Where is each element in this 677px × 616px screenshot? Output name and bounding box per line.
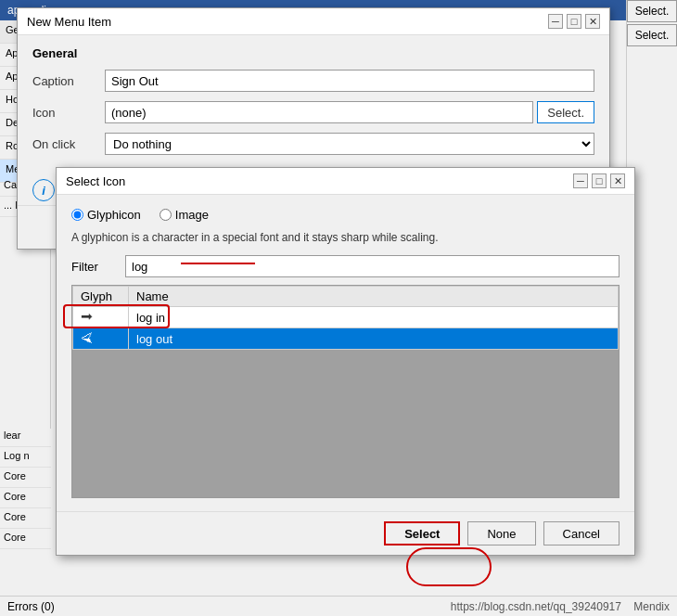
bg-row-core3: Core	[0, 508, 51, 529]
select-icon-body: Glyphicon Image A glyphicon is a charact…	[57, 195, 634, 511]
bg-row-core2: Core	[0, 488, 51, 508]
onclick-label: On click	[32, 137, 97, 151]
onclick-select[interactable]: Do nothing	[105, 133, 594, 155]
select-icon-title-buttons: ─ □ ✕	[573, 173, 625, 188]
error-status: Errors (0)	[7, 600, 55, 613]
icon-table-container[interactable]: Glyph Name ⮕ log in ⮘	[71, 285, 620, 498]
icon-field-group: Select.	[105, 101, 594, 123]
icon-table-head: Glyph Name	[73, 287, 619, 307]
radio-type-row: Glyphicon Image	[71, 208, 620, 222]
url-text: https://blog.csdn.net/qq_39240917	[451, 600, 621, 613]
info-icon[interactable]: i	[32, 179, 55, 201]
radio-image-label[interactable]: Image	[160, 208, 209, 222]
right-panel-select2[interactable]: Select.	[627, 24, 677, 46]
cancel-icon-button[interactable]: Cancel	[543, 521, 620, 545]
none-button[interactable]: None	[467, 521, 535, 545]
select-icon-minimize-btn[interactable]: ─	[573, 173, 588, 188]
logout-glyph-icon: ⮘	[81, 331, 94, 346]
name-cell-logout: log out	[129, 328, 619, 350]
dialog-title-buttons: ─ □ ✕	[548, 14, 600, 29]
dialog-menu-item-title: New Menu Item	[27, 15, 111, 29]
bg-bottom-rows: lear Log n Core Core Core Core	[0, 427, 51, 549]
col-header-name: Name	[129, 287, 619, 307]
dialog-close-btn[interactable]: ✕	[585, 14, 600, 29]
dialog-select-icon-titlebar: Select Icon ─ □ ✕	[57, 168, 634, 195]
filter-label: Filter	[71, 260, 118, 274]
caption-row: Caption	[32, 70, 594, 92]
onclick-row: On click Do nothing	[32, 133, 594, 155]
filter-input[interactable]	[125, 255, 620, 277]
select-icon-close-btn[interactable]: ✕	[610, 173, 625, 188]
dialog-menu-item-body: General Caption Icon Select. On click Do…	[18, 35, 609, 175]
table-row[interactable]: ⮘ log out	[73, 328, 619, 350]
icon-table-header-row: Glyph Name	[73, 287, 619, 307]
icon-label: Icon	[32, 106, 97, 120]
bg-row-core1: Core	[0, 468, 51, 488]
section-header-general: General	[32, 46, 594, 60]
caption-label: Caption	[32, 74, 97, 88]
status-right: https://blog.csdn.net/qq_39240917 Mendix	[451, 600, 670, 613]
radio-glyphicon-label[interactable]: Glyphicon	[71, 208, 141, 222]
table-row[interactable]: ⮕ log in	[73, 307, 619, 328]
icon-select-button[interactable]: Select.	[537, 101, 594, 123]
right-panel-select1[interactable]: Select.	[627, 0, 677, 22]
dialog-select-icon: Select Icon ─ □ ✕ Glyphicon Image A glyp…	[56, 167, 635, 556]
icon-table-body: ⮕ log in ⮘ log out	[73, 307, 619, 350]
brand-text: Mendix	[633, 600, 670, 613]
status-left: Errors (0)	[7, 600, 55, 613]
icon-table: Glyph Name ⮕ log in ⮘	[72, 286, 619, 350]
icon-dialog-footer: Select None Cancel	[57, 511, 634, 555]
glyph-cell-login: ⮕	[73, 307, 129, 328]
radio-glyphicon[interactable]	[71, 209, 83, 221]
col-header-glyph: Glyph	[73, 287, 129, 307]
dialog-minimize-btn[interactable]: ─	[548, 14, 563, 29]
radio-image-text: Image	[175, 208, 209, 222]
glyph-cell-logout: ⮘	[73, 328, 129, 350]
bg-row-core4: Core	[0, 529, 51, 549]
select-icon-maximize-btn[interactable]: □	[592, 173, 607, 188]
bottom-bar: Errors (0) https://blog.csdn.net/qq_3924…	[0, 596, 677, 616]
name-cell-login: log in	[129, 307, 619, 328]
dialog-select-icon-title: Select Icon	[66, 174, 125, 188]
bg-row-logn: Log n	[0, 447, 51, 468]
description-text: A glyphicon is a character in a special …	[71, 231, 620, 244]
caption-input[interactable]	[105, 70, 594, 92]
icon-row: Icon Select.	[32, 101, 594, 123]
icon-input[interactable]	[105, 101, 533, 123]
dialog-maximize-btn[interactable]: □	[567, 14, 581, 29]
filter-row: Filter	[71, 255, 620, 277]
select-confirm-button[interactable]: Select	[384, 521, 460, 545]
login-glyph-icon: ⮕	[81, 310, 94, 325]
radio-glyphicon-text: Glyphicon	[87, 208, 141, 222]
radio-image[interactable]	[160, 209, 172, 221]
dialog-menu-item-titlebar: New Menu Item ─ □ ✕	[18, 8, 609, 35]
bg-row-lear: lear	[0, 427, 51, 447]
